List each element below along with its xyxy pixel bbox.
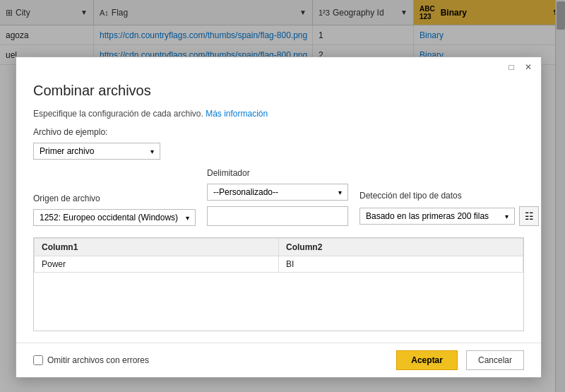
preview-data-row: Power BI (35, 256, 523, 273)
example-file-value: Primer archivo (40, 146, 94, 156)
delimiter-value: --Personalizado-- (213, 187, 278, 197)
preview-col2-header: Column2 (279, 239, 523, 256)
origin-dropdown[interactable]: 1252: Europeo occidental (Windows) ▾ (33, 209, 196, 226)
modal-content: Combinar archivos Especifique la configu… (16, 77, 541, 343)
skip-errors-label: Omitir archivos con errores (47, 355, 149, 365)
modal-footer: Omitir archivos con errores Aceptar Canc… (16, 343, 541, 377)
modal-description: Especifique la configuración de cada arc… (33, 109, 524, 119)
preview-table: Column1 Column2 Power BI (34, 238, 523, 273)
more-info-link[interactable]: Más información (206, 109, 268, 119)
detect-value: Basado en las primeras 200 filas (366, 211, 489, 221)
preview-header-row: Column1 Column2 (35, 239, 523, 256)
settings-icon: ☷ (525, 210, 534, 222)
preview-table-container: Column1 Column2 Power BI (33, 237, 524, 331)
delimiter-group: Delimitador --Personalizado-- ▾ (207, 168, 348, 226)
detect-dropdown[interactable]: Basado en las primeras 200 filas ▾ (359, 208, 515, 225)
modal-dialog: □ ✕ Combinar archivos Especifique la con… (16, 57, 542, 378)
minimize-button[interactable]: □ (504, 60, 518, 74)
skip-errors-checkbox[interactable] (33, 355, 43, 365)
preview-cell-col2-1: BI (279, 256, 523, 273)
origin-group: Origen de archivo 1252: Europeo occident… (33, 194, 196, 226)
detect-group: Detección del tipo de datos Basado en la… (359, 191, 539, 226)
chevron-down-icon: ▾ (150, 148, 154, 155)
origin-label: Origen de archivo (33, 194, 196, 203)
chevron-down-icon: ▾ (186, 214, 189, 222)
chevron-down-icon: ▾ (338, 189, 342, 196)
chevron-down-icon: ▾ (505, 213, 509, 220)
modal-titlebar: □ ✕ (16, 57, 541, 77)
close-button[interactable]: ✕ (521, 60, 535, 74)
detect-label: Detección del tipo de datos (359, 191, 539, 201)
origin-value: 1252: Europeo occidental (Windows) (40, 213, 178, 222)
cancel-button[interactable]: Cancelar (466, 350, 524, 370)
delimiter-dropdown[interactable]: --Personalizado-- ▾ (207, 184, 348, 201)
skip-errors-checkbox-wrapper: Omitir archivos con errores (33, 355, 149, 365)
preview-col1-header: Column1 (35, 239, 279, 256)
example-file-label: Archivo de ejemplo: (33, 127, 524, 137)
custom-delimiter-input[interactable] (207, 206, 348, 226)
example-file-dropdown[interactable]: Primer archivo ▾ (33, 143, 160, 160)
modal-subtitle-text: Especifique la configuración de cada arc… (33, 109, 203, 119)
accept-button[interactable]: Aceptar (396, 350, 458, 370)
settings-icon-button[interactable]: ☷ (519, 206, 539, 226)
delimiter-label: Delimitador (207, 168, 348, 178)
example-file-group: Archivo de ejemplo: Primer archivo ▾ (33, 127, 524, 160)
settings-row: Origen de archivo 1252: Europeo occident… (33, 168, 524, 226)
modal-heading: Combinar archivos (33, 83, 524, 99)
preview-cell-col1-1: Power (35, 256, 279, 273)
